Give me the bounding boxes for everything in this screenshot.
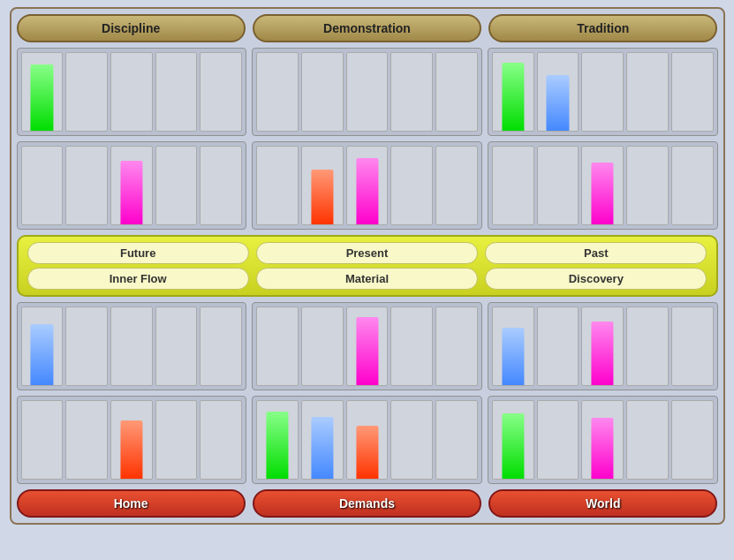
demonstration-upper — [252, 48, 482, 136]
bar-cell — [110, 400, 153, 480]
present-material-group: Present Material — [256, 242, 478, 290]
bar-cell — [346, 52, 389, 132]
bar-cell — [301, 146, 344, 225]
middle-label-row: Future Inner Flow Present Material Past … — [17, 235, 718, 297]
bar-cell — [435, 52, 478, 132]
bar-cell — [200, 146, 242, 225]
bar-cell — [65, 306, 108, 386]
tradition-lower — [488, 141, 718, 230]
top-header: Discipline Demonstration Tradition — [17, 14, 718, 42]
bar-cell — [435, 400, 478, 480]
bar-cell — [626, 52, 669, 132]
bar-cell — [390, 52, 433, 132]
demands-lower — [252, 396, 482, 484]
top-grid-row1 — [17, 48, 718, 136]
bar-cell — [110, 146, 153, 225]
bar-cell — [21, 146, 64, 225]
bar-cell — [390, 400, 433, 480]
world-lower — [488, 396, 718, 484]
discipline-upper — [17, 48, 247, 136]
bottom-grid-row1 — [17, 302, 718, 390]
bar-cell — [155, 306, 198, 386]
bar-cell — [581, 400, 624, 480]
discovery-label: Discovery — [485, 268, 707, 290]
bar-cell — [200, 400, 242, 480]
bar-cell — [256, 306, 299, 386]
bar-cell — [537, 52, 579, 132]
bar-cell — [256, 52, 299, 132]
discipline-lower — [17, 141, 247, 230]
bar-cell — [155, 52, 198, 132]
bar-cell — [346, 306, 389, 386]
main-container: Discipline Demonstration Tradition — [10, 7, 725, 525]
world-footer: World — [488, 489, 717, 518]
bar-cell — [671, 400, 714, 480]
bar-cell — [435, 146, 478, 225]
bar-cell — [21, 306, 64, 386]
discipline-header: Discipline — [17, 14, 246, 42]
inner-flow-label: Inner Flow — [27, 268, 249, 290]
bar-cell — [626, 146, 669, 225]
demands-footer: Demands — [253, 489, 481, 518]
bar-cell — [537, 146, 579, 225]
bar-cell — [65, 52, 108, 132]
past-discovery-group: Past Discovery — [485, 242, 707, 290]
bar-cell — [65, 146, 108, 225]
bar-cell — [492, 146, 534, 225]
bar-cell — [65, 400, 108, 480]
bar-cell — [626, 400, 669, 480]
bar-cell — [155, 146, 198, 225]
bar-cell — [346, 400, 389, 480]
bar-cell — [581, 306, 624, 386]
bar-cell — [21, 400, 64, 480]
bottom-grid-row2 — [17, 396, 718, 484]
demonstration-lower — [252, 141, 482, 230]
demonstration-header: Demonstration — [253, 14, 481, 42]
future-innerflow-group: Future Inner Flow — [27, 242, 249, 290]
bar-cell — [581, 146, 624, 225]
bar-cell — [626, 306, 669, 386]
bar-cell — [110, 52, 153, 132]
bar-cell — [492, 400, 534, 480]
past-label: Past — [485, 242, 707, 264]
bar-cell — [671, 146, 714, 225]
bar-cell — [537, 400, 579, 480]
bar-cell — [492, 52, 534, 132]
bar-cell — [200, 52, 242, 132]
bar-cell — [390, 306, 433, 386]
bar-cell — [256, 146, 299, 225]
bar-cell — [301, 306, 344, 386]
future-label: Future — [27, 242, 249, 264]
world-upper — [488, 302, 718, 390]
material-label: Material — [256, 268, 478, 290]
bar-cell — [21, 52, 64, 132]
tradition-upper — [488, 48, 718, 136]
home-upper — [17, 302, 247, 390]
bar-cell — [581, 52, 624, 132]
top-grid-row2 — [17, 141, 718, 230]
bar-cell — [537, 306, 579, 386]
bar-cell — [492, 306, 534, 386]
home-footer: Home — [17, 489, 246, 518]
bar-cell — [346, 146, 389, 225]
bottom-header: Home Demands World — [17, 489, 718, 518]
bar-cell — [435, 306, 478, 386]
bar-cell — [155, 400, 198, 480]
home-lower — [17, 396, 247, 484]
bar-cell — [301, 52, 344, 132]
bar-cell — [390, 146, 433, 225]
bar-cell — [200, 306, 242, 386]
demands-upper — [252, 302, 482, 390]
present-label: Present — [256, 242, 478, 264]
bar-cell — [671, 306, 714, 386]
bar-cell — [301, 400, 344, 480]
bar-cell — [671, 52, 714, 132]
tradition-header: Tradition — [488, 14, 717, 42]
bar-cell — [110, 306, 153, 386]
bar-cell — [256, 400, 299, 480]
